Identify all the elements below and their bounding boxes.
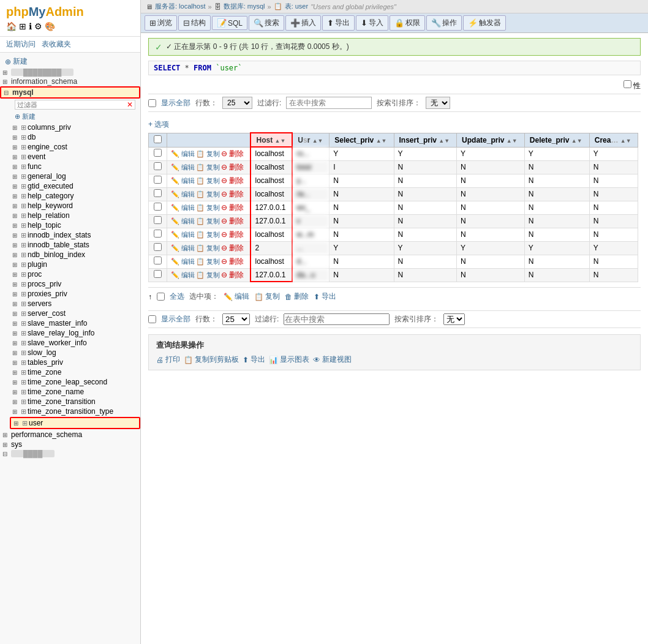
info-icon[interactable]: ℹ [29,21,32,31]
delete-row-btn[interactable]: ⊖ 删除 [221,176,244,186]
delete-row-btn[interactable]: ⊖ 删除 [221,230,244,240]
header-crea[interactable]: Crea… ▲▼ [589,133,638,147]
table-item-func[interactable]: ⊞⊞func [10,162,140,171]
delete-row-btn[interactable]: ⊖ 删除 [221,243,244,253]
edit-row-btn[interactable]: ✏️ 编辑 [171,190,195,199]
delete-row-btn[interactable]: ⊖ 删除 [221,203,244,213]
favorites-link[interactable]: 表收藏夹 [42,39,71,50]
edit-row-btn[interactable]: ✏️ 编辑 [171,163,195,172]
sidebar-item-performance-schema[interactable]: ⊞ performance_schema [0,430,140,440]
table-item-help-category[interactable]: ⊞⊞help_category [10,191,140,201]
edit-row-btn[interactable]: ✏️ 编辑 [171,176,195,185]
edit-row-btn[interactable]: ✏️ 编辑 [171,203,195,212]
table-item-ndb-binlog-index[interactable]: ⊞⊞ndb_binlog_index [10,250,140,260]
table-item-time-zone-transition-type[interactable]: ⊞⊞time_zone_transition_type [10,406,140,416]
show-all-link[interactable]: 显示全部 [161,98,190,108]
theme-icon[interactable]: 🎨 [45,21,55,31]
filter-input[interactable] [15,100,125,109]
copy-row-btn[interactable]: 📋 复制 [196,203,220,212]
edit-row-btn[interactable]: ✏️ 编辑 [171,230,195,239]
row-checkbox[interactable] [154,176,162,184]
settings-icon[interactable]: ⚙ [34,21,42,31]
delete-row-btn[interactable]: ⊖ 删除 [221,256,244,267]
property-toggle-checkbox[interactable] [624,80,631,88]
edit-row-btn[interactable]: ✏️ 编辑 [171,271,195,280]
table-item-time-zone-leap-second[interactable]: ⊞⊞time_zone_leap_second [10,377,140,387]
row-checkbox[interactable] [154,230,162,238]
table-item-db[interactable]: ⊞⊞db [10,132,140,142]
row-checkbox[interactable] [154,216,162,224]
table-item-time-zone-name[interactable]: ⊞⊞time_zone_name [10,387,140,397]
row-checkbox[interactable] [154,203,162,211]
sql-btn[interactable]: 📝 SQL [212,16,247,30]
edit-row-btn[interactable]: ✏️ 编辑 [171,257,195,266]
sidebar-item-information-schema[interactable]: ⊞ information_schema [0,77,140,86]
table-item-help-topic[interactable]: ⊞⊞help_topic [10,220,140,230]
copy-row-btn[interactable]: 📋 复制 [196,257,220,266]
server-link[interactable]: 服务器: localhost [155,2,206,11]
create-view-btn[interactable]: 👁 新建视图 [313,354,352,365]
show-all-bottom-checkbox[interactable] [148,315,156,323]
export-btn[interactable]: ⬆ 导出 [322,15,355,31]
browse-btn[interactable]: ⊞ 浏览 [145,15,177,31]
row-checkbox[interactable] [154,270,162,278]
options-link[interactable]: + 选项 [148,117,641,132]
copy-row-btn[interactable]: 📋 复制 [196,176,220,185]
table-item-proxies-priv[interactable]: ⊞⊞proxies_priv [10,289,140,299]
copy-selected-btn[interactable]: 📋 复制 [254,291,280,302]
table-item-help-keyword[interactable]: ⊞⊞help_keyword [10,201,140,211]
triggers-btn[interactable]: ⚡ 触发器 [463,15,506,31]
filter-search-input-bottom[interactable] [284,313,390,325]
home-icon[interactable]: 🏠 [6,21,17,31]
delete-selected-btn[interactable]: 🗑 删除 [285,291,309,302]
copy-row-btn[interactable]: 📋 复制 [196,217,220,226]
delete-row-btn[interactable]: ⊖ 删除 [221,162,244,173]
copy-row-btn[interactable]: 📋 复制 [196,163,220,172]
insert-btn[interactable]: ➕ 插入 [285,15,321,31]
table-item-tables-priv[interactable]: ⊞⊞tables_priv [10,358,140,367]
new-db-item[interactable]: ⊕ 新建 [0,55,140,68]
show-chart-btn[interactable]: 📊 显示图表 [269,354,309,365]
copy-row-btn[interactable]: 📋 复制 [196,244,220,253]
table-item-user[interactable]: ⊞ ⊞ user [10,417,140,429]
new-table-item[interactable]: ⊕ 新建 [10,111,140,122]
table-item-slow-log[interactable]: ⊞⊞slow_log [10,348,140,358]
row-count-select-bottom[interactable]: 2550100 [222,313,250,325]
table-item-plugin[interactable]: ⊞⊞plugin [10,260,140,269]
export-selected-btn[interactable]: ⬆ 导出 [314,291,336,302]
filter-clear-btn[interactable]: ✕ [125,100,135,109]
select-all-header-checkbox[interactable] [154,135,162,143]
operations-btn[interactable]: 🔧 操作 [426,15,462,31]
check-all-bottom-link[interactable]: 全选 [170,291,184,302]
header-update-priv[interactable]: Update_priv ▲▼ [457,133,525,147]
edit-selected-btn[interactable]: ✏️ 编辑 [224,291,249,302]
table-item-slave-master-info[interactable]: ⊞⊞slave_master_info [10,318,140,328]
delete-row-btn[interactable]: ⊖ 删除 [221,270,244,280]
sort-select[interactable]: 无 [426,97,450,109]
table-item-general-log[interactable]: ⊞⊞general_log [10,171,140,181]
sort-select-bottom[interactable]: 无 [443,313,465,325]
sidebar-item-sys[interactable]: ⊞ sys [0,440,140,449]
host-sort-link[interactable]: Host ▲▼ [256,136,285,144]
user-sort-link[interactable]: Usr ▲▼ [298,136,323,144]
delete-row-btn[interactable]: ⊖ 删除 [221,216,244,227]
table-item-columns-priv[interactable]: ⊞⊞columns_priv [10,122,140,132]
table-item-time-zone-transition[interactable]: ⊞⊞time_zone_transition [10,397,140,406]
copy-clipboard-btn[interactable]: 📋 复制到剪贴板 [184,354,239,365]
edit-row-btn[interactable]: ✏️ 编辑 [171,217,195,226]
grid-icon[interactable]: ⊞ [19,21,26,31]
edit-row-btn[interactable]: ✏️ 编辑 [171,244,195,253]
header-select-priv[interactable]: Select_priv ▲▼ [330,133,394,147]
show-all-bottom-link[interactable]: 显示全部 [161,314,190,324]
table-item-event[interactable]: ⊞⊞event [10,152,140,162]
table-item-help-relation[interactable]: ⊞⊞help_relation [10,211,140,220]
row-checkbox[interactable] [154,149,162,157]
table-item-slave-worker-info[interactable]: ⊞⊞slave_worker_info [10,338,140,348]
table-item-server-cost[interactable]: ⊞⊞server_cost [10,309,140,318]
row-checkbox[interactable] [154,189,162,197]
table-item-innodb-index-stats[interactable]: ⊞⊞innodb_index_stats [10,230,140,240]
recent-link[interactable]: 近期访问 [6,39,36,50]
table-item-gtid-executed[interactable]: ⊞⊞gtid_executed [10,181,140,191]
table-item-servers[interactable]: ⊞⊞servers [10,299,140,309]
table-item-time-zone[interactable]: ⊞⊞time_zone [10,367,140,377]
